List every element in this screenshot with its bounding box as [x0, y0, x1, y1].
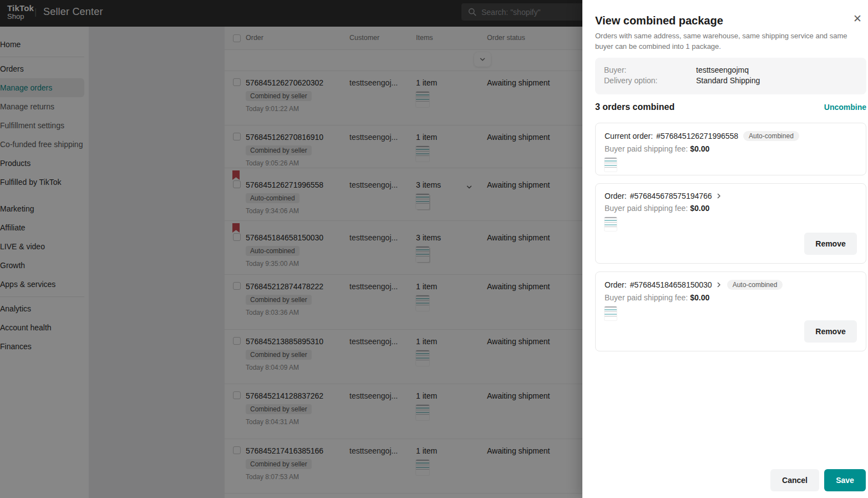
order-prefix: Order: — [605, 280, 627, 289]
order-prefix: Current order: — [605, 132, 653, 140]
buyer-info-box: Buyer: testtseengojmq Delivery option: S… — [595, 58, 866, 94]
fee-value: $0.00 — [690, 293, 709, 302]
product-thumbnail — [605, 306, 617, 320]
uncombine-link[interactable]: Uncombine — [824, 103, 866, 112]
delivery-option-label: Delivery option: — [604, 76, 696, 86]
delivery-option-value: Standard Shipping — [696, 76, 760, 86]
cancel-button[interactable]: Cancel — [770, 469, 819, 491]
remove-order-button[interactable]: Remove — [804, 320, 857, 343]
fee-label: Buyer paid shipping fee: — [605, 144, 688, 153]
fee-value: $0.00 — [690, 204, 709, 213]
chevron-right-icon[interactable] — [715, 193, 722, 199]
order-number-link: #576845126271996558 — [656, 132, 738, 140]
seller-center-screen: ♪ TikTok Shop | Seller Center Home Order… — [0, 0, 868, 498]
close-icon[interactable]: ✕ — [852, 13, 863, 24]
auto-combined-badge: Auto-combined — [743, 131, 799, 141]
view-combined-package-drawer: ✕ View combined package Orders with same… — [582, 0, 868, 498]
orders-combined-heading: 3 orders combined — [595, 102, 674, 112]
fee-value: $0.00 — [690, 144, 709, 153]
save-button[interactable]: Save — [824, 469, 866, 491]
combined-order-card: Order: #576845184658150030 Auto-combined… — [595, 271, 866, 351]
combined-order-card: Order: #576845678575194766 Buyer paid sh… — [595, 183, 866, 264]
product-thumbnail — [605, 217, 617, 231]
drawer-subtitle: Orders with same address, same warehouse… — [595, 31, 849, 52]
combined-order-card: Current order: #576845126271996558 Auto-… — [595, 123, 866, 175]
order-number-link[interactable]: #576845184658150030 — [630, 280, 712, 289]
drawer-title: View combined package — [595, 14, 723, 27]
chevron-right-icon[interactable] — [715, 281, 722, 288]
fee-label: Buyer paid shipping fee: — [605, 293, 688, 302]
order-number-link[interactable]: #576845678575194766 — [630, 192, 712, 200]
fee-label: Buyer paid shipping fee: — [605, 204, 688, 213]
auto-combined-badge: Auto-combined — [727, 280, 783, 290]
product-thumbnail — [605, 158, 617, 172]
remove-order-button[interactable]: Remove — [804, 233, 857, 255]
buyer-label: Buyer: — [604, 65, 696, 76]
buyer-value: testtseengojmq — [696, 65, 749, 76]
order-prefix: Order: — [605, 192, 627, 200]
